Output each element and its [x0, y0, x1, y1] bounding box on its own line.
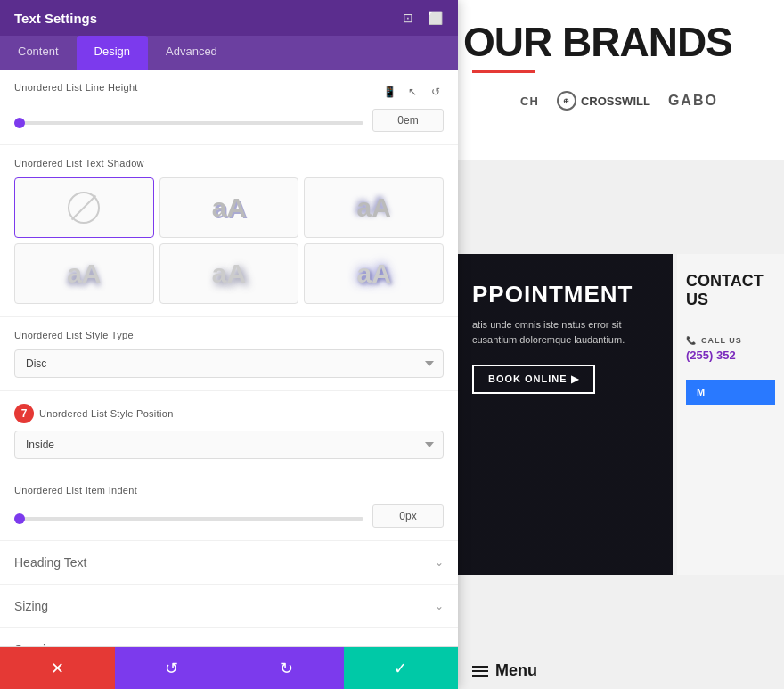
appointment-section: PPOINTMENT atis unde omnis iste natus er…: [454, 254, 673, 575]
style-position-section: 7 Unordered List Style Position Inside O…: [0, 391, 458, 472]
tabs-bar: Content Design Advanced: [0, 36, 458, 70]
sizing-chevron: ⌄: [435, 600, 444, 612]
shadow-option-4[interactable]: aA: [159, 243, 299, 304]
style-position-select[interactable]: Inside Outside: [14, 431, 444, 459]
line-height-section: Unordered List Line Height 📱 ↖ ↺: [0, 70, 458, 145]
shadow-aa-4: aA: [212, 258, 246, 289]
line-height-label: Unordered List Line Height: [14, 82, 138, 93]
contact-section: CONTACT US 📞 CALL US (255) 352 M: [677, 254, 784, 575]
style-position-header: 7 Unordered List Style Position: [14, 404, 444, 423]
item-indent-slider[interactable]: [14, 517, 363, 521]
redo-button[interactable]: ↻: [229, 647, 344, 689]
style-position-label: Unordered List Style Position: [39, 408, 174, 419]
heading-text-section[interactable]: Heading Text ⌄: [0, 541, 458, 585]
text-shadow-label: Unordered List Text Shadow: [14, 158, 444, 168]
cursor-icon[interactable]: ↖: [404, 84, 421, 100]
phone-icon: 📞: [686, 336, 697, 345]
menu-section: Menu: [472, 661, 537, 680]
expand-icon[interactable]: ⬜: [426, 9, 444, 27]
item-indent-value[interactable]: [372, 504, 444, 528]
crosswill-icon: ⊕: [557, 91, 576, 111]
text-shadow-section: Unordered List Text Shadow aA aA aA: [0, 145, 458, 317]
logo-gabo: GABO: [668, 93, 718, 109]
no-shadow-icon: [68, 192, 100, 224]
contact-title: CONTACT US: [686, 272, 775, 309]
item-indent-slider-container: [14, 508, 363, 524]
call-us-label: 📞 CALL US: [686, 336, 775, 345]
tab-content[interactable]: Content: [0, 36, 77, 70]
style-type-label: Unordered List Style Type: [14, 330, 444, 340]
panel-toolbar: ✕ ↺ ↻ ✓: [0, 646, 458, 689]
sizing-section[interactable]: Sizing ⌄: [0, 585, 458, 628]
shadow-option-5[interactable]: aA: [304, 243, 444, 304]
mobile-icon[interactable]: 📱: [381, 84, 397, 100]
undo-button[interactable]: ↺: [115, 647, 230, 689]
cancel-button[interactable]: ✕: [0, 647, 115, 689]
line-height-value[interactable]: [372, 109, 444, 132]
shadow-aa-2: aA: [356, 193, 390, 223]
menu-icon: [472, 666, 488, 677]
shadow-none-option[interactable]: [14, 177, 154, 238]
spacing-section[interactable]: Spacing ⌄: [0, 628, 458, 646]
shadow-option-3[interactable]: aA: [14, 243, 154, 304]
logo-crosswill: ⊕ CROSSWILL: [557, 91, 650, 111]
appointment-text: atis unde omnis iste natus error sit cus…: [472, 317, 655, 347]
sizing-label: Sizing: [14, 599, 48, 613]
header-icons: ⊡ ⬜: [399, 9, 444, 27]
line-height-slider-container: [14, 112, 363, 128]
item-indent-section: Unordered List Item Indent: [0, 472, 458, 541]
book-online-button[interactable]: BOOK ONLINE ▶: [472, 365, 595, 394]
panel-title: Text Settings: [14, 11, 97, 26]
menu-label: Menu: [495, 661, 537, 680]
item-indent-label: Unordered List Item Indent: [14, 485, 444, 496]
shadow-aa-5: aA: [356, 258, 390, 289]
heading-text-chevron: ⌄: [435, 556, 444, 569]
logo-ch: CH: [520, 94, 539, 108]
save-button[interactable]: ✓: [344, 647, 459, 689]
heading-text-label: Heading Text: [14, 555, 86, 570]
settings-icon[interactable]: ⊡: [399, 9, 417, 27]
style-type-section: Unordered List Style Type Disc Circle Sq…: [0, 317, 458, 391]
style-type-select[interactable]: Disc Circle Square None: [14, 349, 444, 378]
tab-advanced[interactable]: Advanced: [148, 36, 235, 70]
tab-design[interactable]: Design: [77, 36, 148, 70]
line-height-slider-row: [14, 109, 444, 132]
red-divider: [472, 70, 535, 73]
shadow-options-grid: aA aA aA aA aA: [14, 177, 444, 304]
shadow-option-1[interactable]: aA: [159, 177, 299, 238]
appointment-title: PPOINTMENT: [472, 281, 655, 308]
brands-title: OUR BRANDS: [463, 18, 732, 66]
reset-icon[interactable]: ↺: [428, 84, 444, 100]
line-height-slider[interactable]: [14, 121, 363, 125]
phone-number: (255) 352: [686, 349, 775, 362]
text-settings-panel: Text Settings ⊡ ⬜ Content Design Advance…: [0, 0, 458, 689]
shadow-aa-1: aA: [212, 193, 246, 223]
panel-header: Text Settings ⊡ ⬜: [0, 0, 458, 36]
brands-section: OUR BRANDS CH ⊕ CROSSWILL GABO: [454, 0, 784, 160]
shadow-aa-3: aA: [67, 258, 101, 289]
panel-body: Unordered List Line Height 📱 ↖ ↺ Unorder…: [0, 70, 458, 646]
logos-row: CH ⊕ CROSSWILL GABO: [472, 91, 766, 111]
step-badge: 7: [14, 404, 34, 423]
shadow-option-2[interactable]: aA: [304, 177, 444, 238]
contact-button: M: [686, 380, 775, 405]
item-indent-slider-row: [14, 504, 444, 528]
